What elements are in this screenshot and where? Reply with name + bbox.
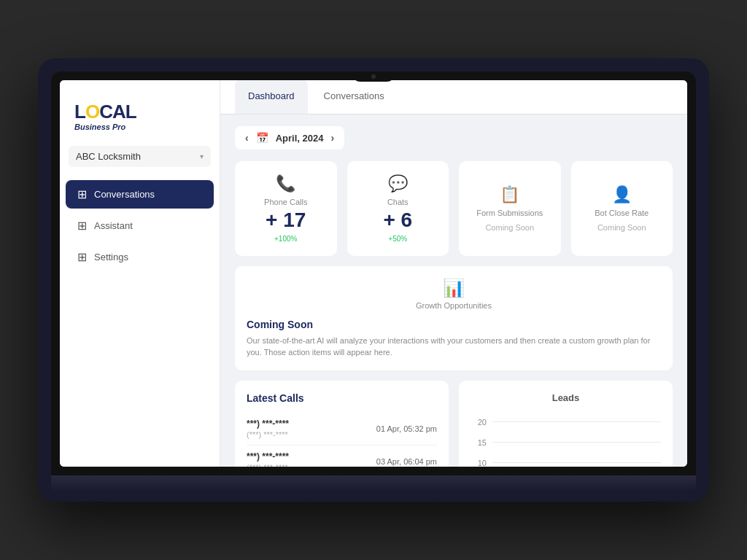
call-time: 01 Apr, 05:32 pm: [376, 424, 437, 433]
chart-label-15: 15: [471, 438, 487, 447]
phone-calls-label: Phone Calls: [264, 198, 307, 206]
stat-bot-close-rate: 👤 Bot Close Rate Coming Soon: [571, 161, 673, 256]
logo: LOCAL: [74, 102, 205, 121]
stats-grid: 📞 Phone Calls + 17 +100% 💬 Chats + 6 +50…: [235, 161, 673, 256]
bot-close-rate-icon: 👤: [612, 185, 632, 204]
leads-chart: 20 15 10: [471, 412, 661, 467]
form-submissions-label: Form Submissions: [476, 209, 543, 217]
coming-soon-text: Our state-of-the-art AI will analyze you…: [247, 335, 661, 359]
date-nav: ‹ 📅 April, 2024 ›: [235, 126, 344, 149]
chart-row: 15: [471, 438, 661, 447]
tab-conversations[interactable]: Conversations: [311, 80, 398, 114]
sidebar-item-label: Conversations: [94, 189, 155, 200]
form-submissions-coming-soon: Coming Soon: [485, 223, 534, 232]
form-submissions-icon: 📋: [500, 185, 519, 204]
phone-calls-icon: 📞: [276, 174, 295, 193]
chats-label: Chats: [387, 198, 409, 206]
call-time: 03 Apr, 06:04 pm: [376, 457, 437, 466]
tabs-bar: Dashboard Conversations: [220, 80, 687, 114]
call-item: ***) ***-**** (***) ***-**** 01 Apr, 05:…: [247, 413, 437, 446]
current-month: April, 2024: [276, 133, 324, 144]
laptop-stand: [301, 491, 446, 502]
camera-notch: [352, 71, 395, 82]
stat-chats: 💬 Chats + 6 +50%: [347, 161, 449, 256]
latest-calls-title: Latest Calls: [247, 392, 437, 404]
logo-area: LOCAL Business Pro: [60, 95, 220, 146]
chart-line: [492, 442, 661, 443]
stat-form-submissions: 📋 Form Submissions Coming Soon: [459, 161, 561, 256]
sidebar-item-assistant[interactable]: ⊞ Assistant: [66, 211, 214, 240]
camera-dot: [371, 74, 376, 79]
laptop-base: [51, 475, 696, 491]
chevron-down-icon: ▾: [200, 152, 204, 160]
settings-icon: ⊞: [77, 250, 87, 264]
chart-label-20: 20: [471, 418, 487, 427]
leads-card: Leads 20 15: [459, 381, 673, 467]
sidebar-item-conversations[interactable]: ⊞ Conversations: [66, 180, 214, 209]
next-month-button[interactable]: ›: [330, 132, 334, 144]
sidebar: LOCAL Business Pro ABC Locksmith ▾ ⊞ Con…: [60, 80, 220, 467]
assistant-icon: ⊞: [77, 219, 87, 233]
coming-soon-title: Coming Soon: [247, 319, 661, 330]
bot-close-rate-coming-soon: Coming Soon: [597, 223, 646, 232]
tab-dashboard[interactable]: Dashboard: [235, 80, 308, 114]
phone-calls-value: + 17: [266, 209, 306, 232]
laptop-frame: LOCAL Business Pro ABC Locksmith ▾ ⊞ Con…: [38, 58, 709, 502]
screen-bezel: LOCAL Business Pro ABC Locksmith ▾ ⊞ Con…: [51, 71, 696, 475]
call-sub: (***) ***-****: [247, 463, 289, 467]
business-selector[interactable]: ABC Locksmith ▾: [69, 146, 211, 167]
leads-chart-title: Leads: [471, 392, 661, 403]
chats-icon: 💬: [388, 174, 408, 193]
chart-row: 10: [471, 459, 661, 467]
phone-calls-change: +100%: [274, 235, 297, 243]
logo-subtitle: Business Pro: [74, 122, 205, 131]
chats-change: +50%: [388, 235, 407, 243]
sidebar-item-label: Assistant: [94, 220, 133, 231]
calendar-icon: 📅: [256, 132, 268, 144]
call-info: ***) ***-**** (***) ***-****: [247, 419, 289, 439]
bottom-grid: Latest Calls ***) ***-**** (***) ***-***…: [235, 381, 673, 467]
logo-o: O: [85, 101, 99, 122]
main-content: Dashboard Conversations ‹ 📅 April, 2024 …: [220, 80, 687, 467]
call-number: ***) ***-****: [247, 451, 289, 462]
conversations-icon: ⊞: [77, 187, 87, 201]
stat-phone-calls: 📞 Phone Calls + 17 +100%: [235, 161, 337, 256]
call-item: ***) ***-**** (***) ***-**** 03 Apr, 06:…: [247, 446, 437, 467]
growth-icon: 📊: [247, 278, 661, 298]
bot-close-rate-label: Bot Close Rate: [595, 209, 649, 217]
content-area: ‹ 📅 April, 2024 › 📞 Phone Calls + 17 +10…: [220, 114, 687, 467]
call-sub: (***) ***-****: [247, 430, 289, 439]
call-number: ***) ***-****: [247, 419, 289, 429]
sidebar-item-label: Settings: [94, 252, 128, 262]
chart-line: [492, 462, 661, 463]
coming-soon-section: Coming Soon Our state-of-the-art AI will…: [247, 319, 661, 359]
chats-value: + 6: [383, 209, 412, 232]
sidebar-item-settings[interactable]: ⊞ Settings: [66, 243, 214, 271]
chart-row: 20: [471, 418, 661, 427]
prev-month-button[interactable]: ‹: [245, 132, 249, 144]
growth-card: 📊 Growth Opportunities Coming Soon Our s…: [235, 266, 673, 370]
call-info: ***) ***-**** (***) ***-****: [247, 451, 289, 467]
chart-label-10: 10: [471, 459, 487, 467]
chart-line: [492, 421, 661, 422]
business-name: ABC Locksmith: [76, 151, 141, 162]
latest-calls-card: Latest Calls ***) ***-**** (***) ***-***…: [235, 381, 449, 467]
laptop-screen: LOCAL Business Pro ABC Locksmith ▾ ⊞ Con…: [60, 80, 687, 467]
growth-label: Growth Opportunities: [247, 301, 661, 310]
